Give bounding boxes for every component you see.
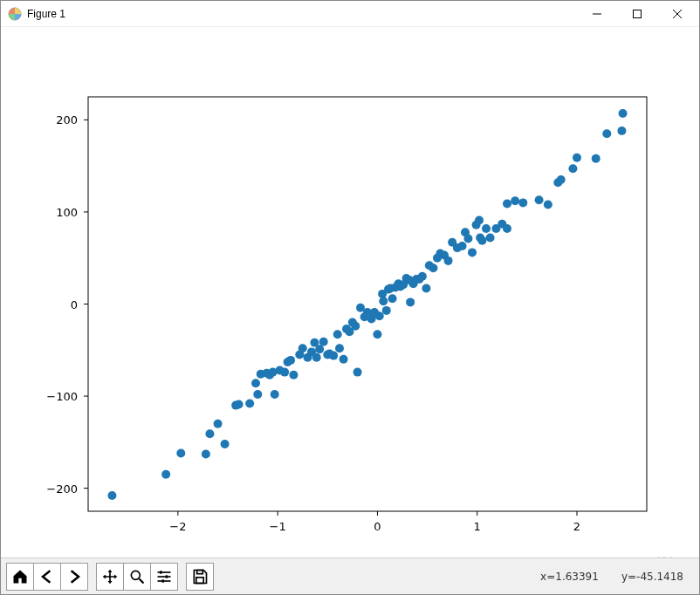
svg-text:0: 0 [374,520,381,533]
data-point [379,297,388,305]
data-point [518,198,527,207]
data-point [312,353,321,362]
data-point [176,449,185,458]
data-point [245,400,254,408]
home-button[interactable] [6,563,34,591]
svg-rect-34 [197,570,203,573]
data-point [329,352,338,360]
svg-text:0: 0 [71,298,78,311]
data-point [477,236,486,245]
data-point [602,129,611,138]
svg-point-26 [131,571,140,579]
data-point [388,294,397,303]
data-point [353,368,362,377]
zoom-button[interactable] [123,563,151,591]
data-point [463,235,472,243]
data-point [107,491,116,500]
data-point [617,127,626,135]
data-point [503,199,511,208]
data-point [271,390,279,399]
data-point [161,470,170,479]
data-point [333,330,342,339]
data-point [573,154,581,162]
data-point [340,355,348,364]
svg-text:1: 1 [474,520,481,533]
plot-area[interactable]: −2−1012−200−1000100200 [1,27,699,557]
data-point [458,242,467,250]
data-point [202,450,210,459]
svg-rect-35 [196,577,203,583]
data-point [351,322,360,331]
data-point [482,224,491,233]
data-point [568,164,577,173]
svg-text:−100: −100 [46,390,78,403]
data-point [235,400,244,409]
svg-rect-31 [166,575,168,578]
data-point [592,154,600,163]
data-point [251,379,260,387]
data-point [557,175,566,184]
svg-text:2: 2 [573,520,580,533]
data-point [375,311,384,320]
data-point [422,284,430,293]
svg-text:−1: −1 [270,520,286,533]
data-point [315,345,324,353]
data-point [253,390,262,399]
data-point [418,272,427,281]
data-point [299,344,307,352]
data-point [280,368,289,377]
data-point [205,429,214,438]
data-point [475,215,484,224]
data-point [286,356,295,365]
data-point [289,371,298,380]
data-point [503,224,511,233]
data-point [544,201,552,209]
data-point [619,109,628,118]
svg-text:−200: −200 [46,482,78,496]
window-titlebar: Figure 1 [1,1,699,27]
window-minimize-button[interactable] [577,1,617,27]
svg-rect-29 [160,571,162,573]
data-point [429,263,437,272]
nav-toolbar: x=1.63391 y=-45.1418 [1,557,699,594]
svg-text:100: 100 [56,206,78,219]
svg-rect-2 [634,10,642,17]
data-point [535,195,544,204]
configure-button[interactable] [150,563,178,591]
window-close-button[interactable] [657,1,697,27]
forward-button[interactable] [60,563,88,591]
data-point [486,234,495,243]
svg-text:−2: −2 [169,520,186,533]
window-maximize-button[interactable] [617,1,657,27]
data-point [214,420,223,428]
data-point [406,298,415,306]
svg-text:200: 200 [56,113,78,127]
pan-button[interactable] [96,563,124,591]
back-button[interactable] [33,563,61,591]
data-point [444,256,453,265]
data-point [373,330,381,339]
svg-rect-5 [88,97,647,511]
data-point [382,306,391,315]
app-icon [8,7,22,21]
data-point [468,248,477,256]
svg-line-27 [140,578,144,583]
svg-rect-33 [162,579,165,582]
data-point [511,196,519,205]
save-button[interactable] [186,563,214,591]
cursor-x-readout: x=1.63391 [540,571,599,583]
data-point [221,440,230,448]
window-title: Figure 1 [27,8,65,20]
scatter-chart: −2−1012−200−1000100200 [1,27,699,557]
cursor-y-readout: y=-45.1418 [621,571,683,583]
data-point [319,338,328,346]
data-point [335,344,344,352]
